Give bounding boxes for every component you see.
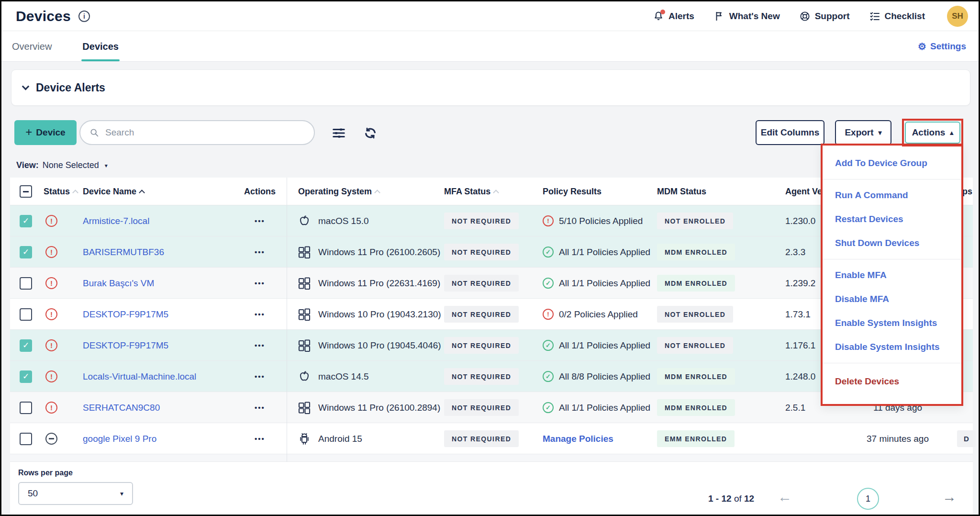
mfa-status-badge: NOT REQUIRED [444,337,519,354]
column-header-status[interactable]: Status [44,178,78,205]
policy-text: All 1/1 Policies Applied [559,278,650,289]
row-actions-menu-button[interactable]: ••• [245,404,274,412]
policy-text: All 1/1 Policies Applied [559,403,650,413]
agent-version: 2.3.3 [785,247,805,258]
chevron-up-icon: ▴ [950,129,953,136]
next-page-button[interactable]: → [942,489,957,505]
device-name-link[interactable]: Burak Başcı's VM [83,278,154,289]
sort-caret-icon [139,190,145,196]
life-ring-icon [799,11,811,22]
search-box [79,120,315,145]
agent-version: 2.5.1 [785,403,805,413]
policy-success-icon: ✓ [543,402,554,413]
view-selector[interactable]: View: None Selected ▾ [16,160,108,170]
row-checkbox[interactable] [20,433,32,445]
mdm-status-badge: MDM ENROLLED [657,244,735,260]
view-value: None Selected [43,160,99,170]
row-actions-menu-button[interactable]: ••• [245,248,274,256]
agent-version: 1.239.2 [785,278,815,289]
right-edge-badge-fragment: D [957,430,976,447]
export-button[interactable]: Export ▾ [835,120,891,145]
rows-per-page-select[interactable]: 50 ▾ [18,482,133,505]
row-actions-menu-button[interactable]: ••• [245,435,274,443]
row-checkbox[interactable]: ✓ [20,370,32,383]
manage-policies-link[interactable]: Manage Policies [543,434,613,444]
row-actions-menu-button[interactable]: ••• [245,310,274,318]
row-actions-menu-button[interactable]: ••• [245,372,274,381]
chevron-down-icon: ▾ [105,162,108,169]
partial-row [10,454,973,462]
row-checkbox[interactable]: ✓ [20,246,32,258]
search-input[interactable] [105,127,305,138]
device-name-link[interactable]: BARISERMUTBF36 [83,247,164,258]
row-checkbox[interactable]: ✓ [20,339,32,352]
checklist-icon [869,11,880,22]
device-name-link[interactable]: DESKTOP-F9P17M5 [83,309,168,320]
row-checkbox[interactable] [20,277,32,290]
menu-item-add-to-device-group[interactable]: Add To Device Group [823,151,961,175]
column-header-policy-results: Policy Results [543,178,601,205]
device-name-link[interactable]: Locals-Virtual-Machine.local [83,371,196,382]
plus-icon: + [25,126,32,138]
refresh-icon[interactable] [363,126,378,140]
last-contact: 37 minutes ago [859,434,936,444]
agent-version: 1.73.1 [785,309,811,320]
menu-item-disable-system-insights[interactable]: Disable System Insights [823,335,961,359]
actions-dropdown-menu: Add To Device GroupRun A CommandRestart … [821,144,963,406]
select-all-checkbox[interactable] [20,185,32,198]
tab-overview[interactable]: Overview [11,32,53,61]
device-name-link[interactable]: DESKTOP-F9P17M5 [83,340,168,351]
menu-item-restart-devices[interactable]: Restart Devices [823,207,961,231]
column-header-mfa-status[interactable]: MFA Status [444,178,498,205]
menu-item-delete-devices[interactable]: Delete Devices [823,367,961,396]
filter-sliders-icon[interactable] [332,126,346,140]
row-checkbox[interactable] [20,402,32,414]
sort-caret-icon [493,190,499,196]
rows-per-page-label: Rows per page [18,469,73,477]
row-actions-menu-button[interactable]: ••• [245,341,274,349]
device-name-link[interactable]: google Pixel 9 Pro [83,434,156,444]
mfa-status-badge: NOT REQUIRED [444,275,519,292]
add-device-button[interactable]: + Device [14,120,77,145]
alert-status-icon: ! [45,246,57,258]
menu-item-disable-mfa[interactable]: Disable MFA [823,287,961,311]
nav-what-s-new[interactable]: What's New [713,11,780,22]
os-label: macOS 14.5 [318,371,369,382]
previous-page-button[interactable]: ← [778,489,792,505]
row-actions-menu-button[interactable]: ••• [245,217,274,225]
device-name-link[interactable]: SERHATCAN9C80 [83,403,160,413]
chevron-down-icon: ▾ [120,490,123,497]
mdm-status-badge: NOT ENROLLED [657,213,733,229]
nav-alerts[interactable]: Alerts [653,11,694,22]
policy-success-icon: ✓ [543,340,554,351]
menu-item-enable-system-insights[interactable]: Enable System Insights [823,311,961,335]
avatar[interactable]: SH [947,6,968,27]
mdm-status-badge: NOT ENROLLED [657,306,733,323]
menu-item-shut-down-devices[interactable]: Shut Down Devices [823,231,961,255]
settings-link[interactable]: ⚙ Settings [918,41,966,52]
menu-item-enable-mfa[interactable]: Enable MFA [823,263,961,287]
tab-devices[interactable]: Devices [81,32,120,61]
table-row: google Pixel 9 Pro•••Android 15NOT REQUI… [10,423,973,454]
search-icon [89,127,100,138]
column-header-mdm-status: MDM Status [657,178,706,205]
row-checkbox[interactable]: ✓ [20,215,32,227]
info-icon[interactable]: i [78,11,90,22]
menu-item-run-a-command[interactable]: Run A Command [823,183,961,207]
windows-icon [297,307,312,322]
actions-button[interactable]: Actions ▴ [905,122,960,144]
device-name-link[interactable]: Armistice-7.local [83,216,149,226]
nav-support[interactable]: Support [799,11,850,22]
column-header-device-name[interactable]: Device Name [83,178,144,205]
mfa-status-badge: NOT REQUIRED [444,368,519,385]
column-header-operating-system[interactable]: Operating System [298,178,379,205]
tab-bar: Overview Devices ⚙ Settings [1,32,979,62]
page-number-button[interactable]: 1 [857,488,879,510]
edit-columns-button[interactable]: Edit Columns [756,120,824,145]
notification-dot [660,10,665,14]
device-alerts-panel[interactable]: Device Alerts [11,69,970,106]
nav-checklist[interactable]: Checklist [869,11,925,22]
row-actions-menu-button[interactable]: ••• [245,279,274,287]
alert-status-icon: ! [45,370,57,382]
row-checkbox[interactable] [20,308,32,321]
